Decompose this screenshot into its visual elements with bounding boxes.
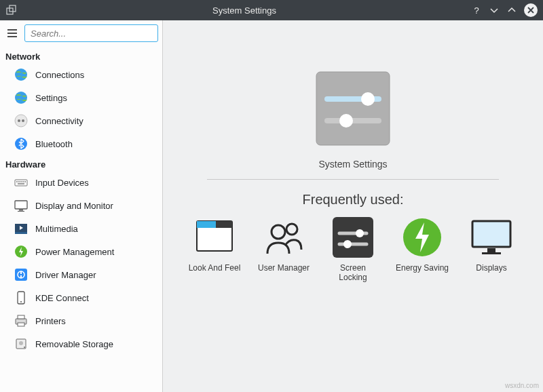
svg-point-32	[19, 341, 23, 345]
freq-item-energy-saving[interactable]: Energy Saving	[394, 216, 450, 273]
svg-point-33	[24, 347, 25, 348]
svg-rect-13	[24, 181, 26, 182]
search-input[interactable]	[24, 24, 158, 42]
svg-rect-24	[20, 271, 22, 274]
titlebar: System Settings ?	[0, 0, 543, 20]
sliders-dark-icon	[331, 216, 375, 259]
sidebar-item-label: Input Devices	[35, 178, 89, 188]
sidebar-item-label: Removable Storage	[35, 339, 113, 349]
svg-rect-11	[20, 181, 22, 182]
minimize-button[interactable]	[489, 5, 500, 16]
svg-rect-16	[19, 210, 23, 211]
freq-item-label: Energy Saving	[396, 263, 449, 273]
sidebar-item-label: Connectivity	[35, 116, 83, 126]
display-big-icon	[470, 216, 513, 259]
watermark: wsxdn.com	[505, 382, 539, 389]
sidebar-item-label: Settings	[35, 93, 67, 103]
svg-rect-52	[487, 248, 495, 252]
freq-item-label: Displays	[476, 263, 506, 273]
window-theme-icon	[193, 216, 236, 259]
sidebar: Network Connections Settings Connectivit…	[0, 20, 163, 392]
sidebar-item-power-management[interactable]: Power Management	[0, 240, 162, 263]
frequently-used-row: Look And Feel User Manager	[187, 216, 519, 282]
svg-point-3	[15, 92, 27, 104]
main-panel: System Settings Frequently used: Look An…	[163, 20, 543, 392]
svg-point-37	[361, 92, 375, 106]
sidebar-item-printers[interactable]: Printers	[0, 309, 162, 332]
sidebar-item-connections[interactable]: Connections	[0, 63, 162, 86]
freq-item-screen-locking[interactable]: Screen Locking	[325, 216, 381, 282]
sidebar-item-kde-connect[interactable]: KDE Connect	[0, 286, 162, 309]
svg-point-4	[15, 115, 27, 127]
close-button[interactable]	[524, 3, 538, 17]
svg-point-44	[286, 224, 297, 235]
sidebar-item-bluetooth[interactable]: Bluetooth	[0, 132, 162, 155]
svg-rect-10	[18, 181, 20, 182]
globe-icon	[14, 67, 29, 82]
sidebar-item-input-devices[interactable]: Input Devices	[0, 171, 162, 194]
multimedia-icon	[14, 221, 29, 236]
svg-point-6	[22, 119, 24, 122]
maximize-button[interactable]	[506, 5, 517, 16]
sidebar-item-label: Driver Manager	[35, 270, 96, 280]
connectivity-icon	[14, 113, 29, 128]
keyboard-icon	[14, 175, 29, 190]
freq-item-label: Look And Feel	[189, 263, 241, 273]
app-icon	[5, 4, 18, 16]
svg-point-43	[272, 225, 285, 239]
svg-rect-12	[22, 181, 24, 182]
sidebar-item-label: Display and Monitor	[35, 201, 113, 211]
sidebar-item-settings[interactable]: Settings	[0, 86, 162, 109]
svg-rect-17	[18, 211, 24, 212]
svg-point-47	[356, 229, 364, 237]
freq-item-user-manager[interactable]: User Manager	[256, 216, 312, 273]
svg-rect-42	[216, 221, 232, 228]
globe-icon	[14, 90, 29, 105]
monitor-icon	[14, 198, 29, 213]
svg-point-39	[339, 114, 353, 128]
sidebar-item-label: Bluetooth	[35, 139, 73, 149]
freq-item-label: User Manager	[258, 263, 310, 273]
divider	[207, 179, 499, 180]
svg-rect-53	[482, 252, 501, 254]
driver-icon	[14, 267, 29, 282]
sidebar-item-removable-storage[interactable]: Removable Storage	[0, 332, 162, 355]
sidebar-item-driver-manager[interactable]: Driver Manager	[0, 263, 162, 286]
frequently-used-heading: Frequently used:	[303, 192, 404, 208]
svg-rect-45	[333, 217, 373, 258]
sidebar-item-label: Power Management	[35, 247, 114, 257]
system-settings-hero-icon	[312, 68, 394, 149]
sidebar-group-network: Network	[0, 47, 162, 63]
svg-rect-25	[20, 275, 22, 278]
help-button[interactable]: ?	[471, 5, 482, 16]
svg-point-27	[20, 301, 22, 302]
svg-rect-34	[316, 72, 390, 145]
svg-rect-51	[472, 221, 510, 247]
freq-item-label: Screen Locking	[325, 263, 381, 282]
drive-icon	[14, 336, 29, 351]
sidebar-item-multimedia[interactable]: Multimedia	[0, 217, 162, 240]
sidebar-item-label: Printers	[35, 316, 66, 326]
window-title: System Settings	[18, 5, 471, 16]
freq-item-look-and-feel[interactable]: Look And Feel	[187, 216, 242, 273]
svg-rect-22	[15, 269, 27, 281]
hamburger-button[interactable]	[4, 25, 20, 41]
svg-rect-14	[18, 183, 24, 184]
sidebar-item-label: Connections	[35, 70, 84, 80]
freq-item-displays[interactable]: Displays	[464, 216, 519, 273]
sidebar-item-display-monitor[interactable]: Display and Monitor	[0, 194, 162, 217]
power-icon	[14, 244, 29, 259]
printer-icon	[14, 313, 29, 328]
sidebar-item-connectivity[interactable]: Connectivity	[0, 109, 162, 132]
svg-point-5	[18, 119, 20, 122]
energy-icon	[400, 216, 444, 259]
sidebar-group-hardware: Hardware	[0, 155, 162, 171]
users-icon	[262, 216, 305, 259]
phone-icon	[14, 290, 29, 305]
svg-rect-20	[15, 232, 27, 234]
svg-point-49	[343, 240, 352, 248]
svg-rect-29	[18, 315, 24, 319]
window-controls: ?	[471, 3, 538, 17]
bluetooth-icon	[14, 136, 29, 151]
svg-rect-8	[15, 180, 27, 186]
